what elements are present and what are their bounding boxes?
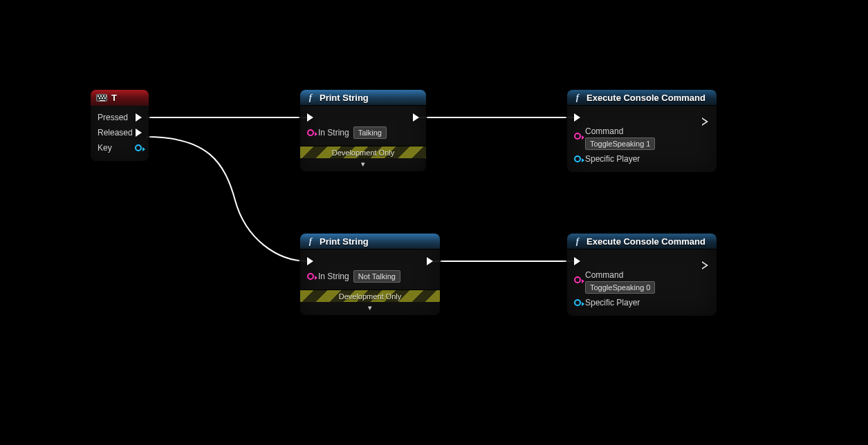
pin-label-in-string: In String xyxy=(318,272,349,281)
pin-label-in-string: In String xyxy=(318,128,349,138)
command-value[interactable]: ToggleSpeaking 1 xyxy=(585,138,655,150)
exec-in[interactable] xyxy=(574,113,580,122)
exec-out[interactable] xyxy=(427,257,433,265)
in-string-value[interactable]: Not Talking xyxy=(353,270,400,283)
pin-label-key: Key xyxy=(98,143,112,153)
wires-layer xyxy=(0,0,868,445)
node-header[interactable]: f Execute Console Command xyxy=(567,234,717,249)
exec-out[interactable] xyxy=(702,113,710,122)
keyboard-icon xyxy=(96,94,107,102)
exec-out-pressed[interactable] xyxy=(136,113,142,122)
pin-in-command[interactable] xyxy=(574,276,581,283)
function-icon: f xyxy=(306,236,315,247)
development-only-strip: Development Only xyxy=(300,146,426,158)
pin-label-command: Command xyxy=(585,270,655,280)
pin-label-released: Released xyxy=(98,128,133,138)
dev-label: Development Only xyxy=(332,149,395,157)
node-print-string-2[interactable]: f Print String In String Not Talking Dev… xyxy=(300,234,440,315)
node-header[interactable]: f Execute Console Command xyxy=(567,90,717,106)
node-exec-console-1[interactable]: f Execute Console Command Command Toggle… xyxy=(567,90,717,172)
exec-out[interactable] xyxy=(702,257,710,265)
in-string-value[interactable]: Talking xyxy=(353,126,387,139)
pin-in-string[interactable] xyxy=(307,273,314,280)
pin-in-player[interactable] xyxy=(574,155,581,162)
pin-label-player: Specific Player xyxy=(585,154,640,164)
node-title: Print String xyxy=(320,236,369,247)
node-header[interactable]: f Print String xyxy=(300,90,426,106)
expand-node-button[interactable]: ▾ xyxy=(300,302,440,315)
node-print-string-1[interactable]: f Print String In String Talking Develop… xyxy=(300,90,426,171)
node-title: Execute Console Command xyxy=(587,93,705,103)
node-header[interactable]: f Print String xyxy=(300,234,440,249)
expand-node-button[interactable]: ▾ xyxy=(300,158,426,171)
pin-in-command[interactable] xyxy=(574,133,581,140)
blueprint-canvas[interactable]: T Pressed Released Key f Print String xyxy=(0,0,868,445)
node-input-key-t[interactable]: T Pressed Released Key xyxy=(91,90,149,161)
development-only-strip: Development Only xyxy=(300,290,440,302)
node-title: Print String xyxy=(320,93,369,103)
exec-out[interactable] xyxy=(413,113,419,122)
node-title: Execute Console Command xyxy=(587,236,705,247)
pin-out-key[interactable] xyxy=(135,144,142,151)
node-title: T xyxy=(111,93,117,103)
node-header[interactable]: T xyxy=(91,90,149,106)
exec-out-released[interactable] xyxy=(136,129,142,137)
exec-in[interactable] xyxy=(307,257,313,265)
function-icon: f xyxy=(573,92,582,103)
pin-in-player[interactable] xyxy=(574,299,581,306)
exec-in[interactable] xyxy=(574,257,580,265)
command-value[interactable]: ToggleSpeaking 0 xyxy=(585,281,655,294)
pin-label-command: Command xyxy=(585,126,655,136)
pin-label-pressed: Pressed xyxy=(98,113,128,122)
function-icon: f xyxy=(573,236,582,247)
function-icon: f xyxy=(306,92,315,103)
dev-label: Development Only xyxy=(339,292,402,301)
pin-in-string[interactable] xyxy=(307,129,314,136)
pin-label-player: Specific Player xyxy=(585,298,640,307)
node-exec-console-2[interactable]: f Execute Console Command Command Toggle… xyxy=(567,234,717,316)
exec-in[interactable] xyxy=(307,113,313,122)
